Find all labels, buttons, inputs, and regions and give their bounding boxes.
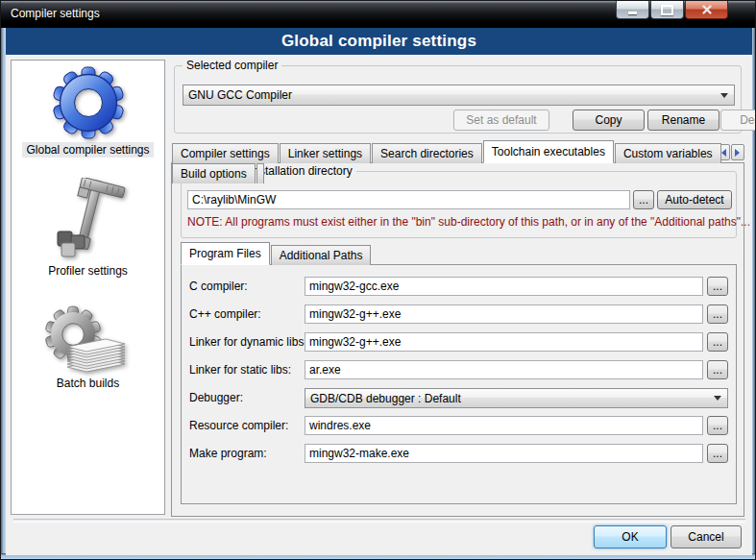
sidebar-item-label: Profiler settings bbox=[44, 263, 132, 279]
static-linker-browse-button[interactable]: ... bbox=[707, 360, 728, 379]
dynamic-linker-browse-button[interactable]: ... bbox=[707, 332, 728, 352]
sidebar-item-label: Batch builds bbox=[53, 376, 123, 391]
auto-detect-button[interactable]: Auto-detect bbox=[657, 190, 732, 209]
close-button[interactable] bbox=[685, 1, 728, 19]
gear-stack-icon bbox=[42, 305, 134, 373]
field-label: Linker for static libs: bbox=[189, 363, 291, 377]
sidebar-item-label: Global compiler settings bbox=[22, 142, 153, 158]
sidebar-item-batch-builds[interactable]: Batch builds bbox=[12, 305, 164, 391]
tab-toolchain-executables[interactable]: Toolchain executables bbox=[483, 140, 614, 163]
make-program-row: Make program: ... bbox=[182, 444, 738, 464]
tab-overflow-sliver bbox=[256, 163, 264, 183]
page-title: Global compiler settings bbox=[281, 32, 476, 51]
resource-compiler-input[interactable] bbox=[305, 416, 703, 435]
chevron-down-icon bbox=[714, 396, 721, 404]
debugger-row: Debugger: GDB/CDB debugger : Default bbox=[182, 388, 738, 408]
field-label: C++ compiler: bbox=[189, 307, 261, 321]
programs-tabstrip: Program FilesAdditional Paths bbox=[181, 242, 372, 265]
cancel-button[interactable]: Cancel bbox=[671, 525, 742, 548]
make-program-browse-button[interactable]: ... bbox=[707, 444, 728, 463]
gear-blue-icon bbox=[53, 66, 124, 139]
resource-compiler-row: Resource compiler: ... bbox=[182, 416, 738, 436]
static-linker-row: Linker for static libs: ... bbox=[182, 360, 738, 380]
compiler-select[interactable]: GNU GCC Compiler bbox=[183, 85, 735, 106]
close-icon bbox=[701, 4, 713, 15]
minimize-button[interactable] bbox=[616, 1, 649, 19]
installation-directory-input[interactable] bbox=[187, 190, 630, 209]
tab-search-directories[interactable]: Search directories bbox=[372, 143, 482, 163]
titlebar[interactable]: Compiler settings bbox=[1, 1, 755, 28]
program-files-panel: C compiler: ... C++ compiler: ... Linker… bbox=[181, 264, 737, 504]
rename-button[interactable]: Rename bbox=[647, 110, 719, 131]
c-compiler-input[interactable] bbox=[305, 277, 703, 296]
window-controls bbox=[615, 1, 728, 19]
installation-note: NOTE: All programs must exist either in … bbox=[187, 215, 750, 229]
debugger-select-value: GDB/CDB debugger : Default bbox=[305, 392, 714, 405]
selected-compiler-group: Selected compiler GNU GCC Compiler Set a… bbox=[174, 65, 742, 134]
set-as-default-button[interactable]: Set as default bbox=[453, 110, 549, 131]
debugger-select[interactable]: GDB/CDB debugger : Default bbox=[305, 388, 728, 408]
field-label: Linker for dynamic libs: bbox=[189, 335, 307, 349]
settings-sidebar: Global compiler settings bbox=[11, 60, 165, 515]
field-label: C compiler: bbox=[189, 280, 248, 293]
sidebar-item-global-compiler-settings[interactable]: Global compiler settings bbox=[12, 66, 164, 158]
toolchain-executables-page: Compiler's installation directory ... Au… bbox=[171, 162, 744, 517]
c-compiler-browse-button[interactable]: ... bbox=[707, 277, 728, 296]
dynamic-linker-row: Linker for dynamic libs: ... bbox=[182, 332, 738, 353]
static-linker-input[interactable] bbox=[305, 360, 703, 379]
maximize-icon bbox=[661, 5, 673, 15]
minimize-icon bbox=[628, 12, 637, 14]
compiler-select-value: GNU GCC Compiler bbox=[183, 88, 720, 102]
dialog-client-area: Global compiler settings bbox=[6, 28, 752, 555]
tab-custom-variables[interactable]: Custom variables bbox=[615, 143, 721, 163]
maximize-button[interactable] bbox=[650, 1, 684, 19]
field-label: Make program: bbox=[189, 447, 267, 460]
field-label: Debugger: bbox=[189, 391, 243, 404]
tab-compiler-settings[interactable]: Compiler settings bbox=[172, 143, 279, 163]
tab-build-options[interactable]: Build options bbox=[172, 163, 256, 183]
field-label: Resource compiler: bbox=[189, 419, 288, 432]
main-tabstrip: Compiler settingsLinker settingsSearch d… bbox=[172, 140, 752, 163]
installation-directory-browse-button[interactable]: ... bbox=[633, 190, 654, 209]
chevron-down-icon bbox=[720, 93, 728, 102]
cpp-compiler-input[interactable] bbox=[305, 304, 703, 324]
copy-button[interactable]: Copy bbox=[573, 110, 645, 131]
dynamic-linker-input[interactable] bbox=[305, 332, 703, 352]
cpp-compiler-browse-button[interactable]: ... bbox=[707, 304, 728, 324]
make-program-input[interactable] bbox=[305, 444, 703, 463]
window-title: Compiler settings bbox=[11, 7, 100, 20]
delete-button[interactable]: Delete bbox=[720, 110, 756, 131]
subtab-additional-paths[interactable]: Additional Paths bbox=[271, 245, 372, 265]
c-compiler-row: C compiler: ... bbox=[182, 277, 738, 297]
selected-compiler-group-label: Selected compiler bbox=[183, 59, 281, 72]
sidebar-item-profiler-settings[interactable]: Profiler settings bbox=[12, 178, 164, 279]
ok-button[interactable]: OK bbox=[594, 525, 667, 548]
compiler-settings-dialog: Compiler settings Global compiler settin… bbox=[0, 0, 756, 560]
resource-compiler-browse-button[interactable]: ... bbox=[707, 416, 728, 435]
calipers-icon bbox=[50, 178, 127, 260]
tab-linker-settings[interactable]: Linker settings bbox=[280, 143, 371, 163]
subtab-program-files[interactable]: Program Files bbox=[181, 242, 270, 265]
page-header: Global compiler settings bbox=[6, 28, 752, 55]
cpp-compiler-row: C++ compiler: ... bbox=[182, 304, 738, 325]
footer-separator bbox=[13, 519, 745, 523]
